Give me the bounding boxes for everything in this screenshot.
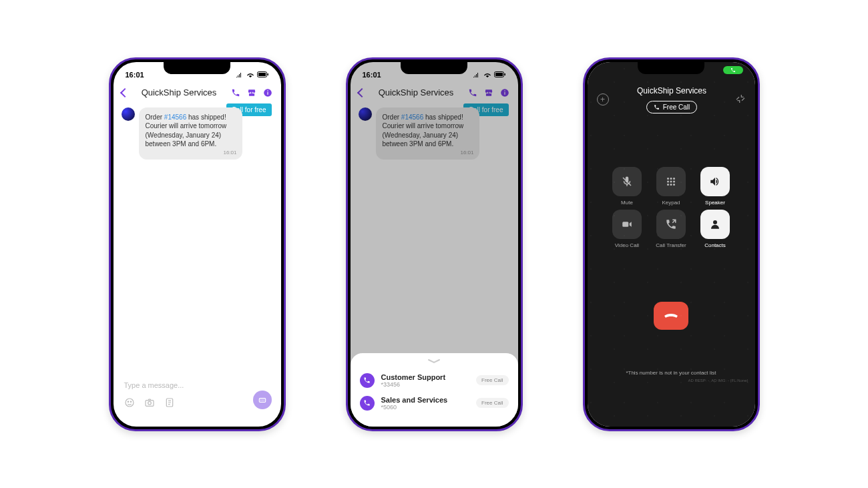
add-call-button[interactable]: + — [597, 93, 609, 105]
hang-up-button[interactable] — [654, 302, 688, 330]
contacts-label: Contacts — [704, 242, 726, 248]
contact-row[interactable]: Customer Support *33456 Free Call — [359, 369, 510, 392]
svg-point-20 — [667, 178, 669, 180]
call-pill-indicator[interactable] — [723, 66, 743, 74]
svg-rect-1 — [258, 73, 266, 76]
notch — [164, 62, 230, 74]
msg-prefix: Order — [146, 113, 164, 121]
status-time: 16:01 — [126, 71, 144, 79]
free-call-chip: Free Call — [646, 101, 698, 113]
attach-icon[interactable] — [164, 397, 175, 411]
svg-point-26 — [667, 184, 669, 186]
camera-icon[interactable] — [144, 397, 155, 411]
phone-mock-3: + QuickShip Services Free Call Mute — [583, 57, 760, 431]
svg-point-27 — [670, 184, 672, 186]
call-controls-grid: Mute Keypad Speaker Video Call Call Tran… — [608, 167, 734, 248]
minimize-call-icon[interactable] — [735, 93, 746, 106]
svg-rect-29 — [622, 222, 628, 227]
svg-point-10 — [148, 401, 151, 405]
mute-label: Mute — [621, 200, 633, 206]
phone-mock-2: 16:01 QuickShip Services Call for free O… — [346, 57, 523, 431]
svg-point-22 — [673, 178, 675, 180]
message-input[interactable]: Type a message... — [122, 377, 273, 393]
contact-row[interactable]: Sales and Services *5060 Free Call — [359, 392, 510, 415]
call-title: QuickShip Services — [637, 86, 706, 95]
speaker-button[interactable]: Speaker — [696, 167, 734, 206]
sender-avatar[interactable] — [122, 107, 135, 121]
svg-point-28 — [673, 184, 675, 186]
send-button[interactable] — [253, 391, 272, 409]
free-call-pill[interactable]: Free Call — [476, 398, 508, 408]
order-link[interactable]: #14566 — [164, 113, 186, 121]
notch — [401, 62, 467, 74]
keypad-button[interactable]: Keypad — [652, 167, 690, 206]
emoji-icon[interactable] — [124, 397, 135, 411]
back-icon[interactable] — [120, 87, 129, 97]
call-screen: + QuickShip Services Free Call Mute — [588, 62, 755, 427]
contact-note: *This number is not in your contact list — [588, 370, 755, 376]
nav-header: QuickShip Services — [114, 83, 281, 102]
phone-mock-1: 16:01 QuickShip Services Call for free O… — [109, 57, 286, 431]
message-input-bar: Type a message... — [114, 373, 281, 419]
contact-name: Customer Support — [381, 373, 470, 381]
phone-icon — [360, 396, 375, 411]
sheet-drag-handle[interactable] — [359, 358, 510, 364]
message-bubble: Order #14566 has shipped! Courier will a… — [139, 107, 242, 160]
notch — [638, 62, 704, 74]
svg-point-23 — [667, 180, 669, 182]
svg-point-6 — [126, 399, 134, 407]
contact-number: *5060 — [381, 404, 470, 411]
keypad-label: Keypad — [662, 200, 680, 206]
call-transfer-button[interactable]: Call Transfer — [652, 210, 690, 248]
contact-number: *33456 — [381, 381, 470, 388]
phone-icon — [360, 373, 375, 388]
debug-text: AD RESP: -, AD IMG: - (FL:None) — [588, 376, 755, 385]
status-icons — [236, 71, 269, 77]
svg-rect-12 — [259, 398, 265, 402]
store-icon[interactable] — [246, 87, 257, 98]
chat-title: QuickShip Services — [134, 87, 225, 97]
contact-name: Sales and Services — [381, 396, 470, 404]
svg-point-25 — [673, 180, 675, 182]
svg-point-30 — [713, 220, 717, 224]
call-transfer-label: Call Transfer — [656, 242, 686, 248]
mute-button[interactable]: Mute — [608, 167, 646, 206]
free-call-label: Free Call — [663, 103, 690, 111]
contacts-button[interactable]: Contacts — [696, 210, 734, 248]
svg-point-24 — [670, 180, 672, 182]
svg-point-8 — [130, 401, 131, 402]
video-call-button[interactable]: Video Call — [608, 210, 646, 248]
chat-messages: Call for free Order #14566 has shipped! … — [114, 102, 281, 165]
video-call-label: Video Call — [615, 242, 639, 248]
call-options-sheet: Customer Support *33456 Free Call Sales … — [351, 353, 518, 427]
svg-rect-4 — [267, 91, 268, 94]
info-icon[interactable] — [262, 87, 273, 98]
message-time: 16:01 — [223, 150, 236, 157]
svg-rect-2 — [267, 73, 268, 75]
free-call-pill[interactable]: Free Call — [476, 375, 508, 385]
svg-point-5 — [267, 90, 268, 91]
svg-point-7 — [128, 401, 128, 402]
svg-point-21 — [670, 178, 672, 180]
speaker-label: Speaker — [705, 200, 725, 206]
phone-icon[interactable] — [230, 87, 241, 98]
